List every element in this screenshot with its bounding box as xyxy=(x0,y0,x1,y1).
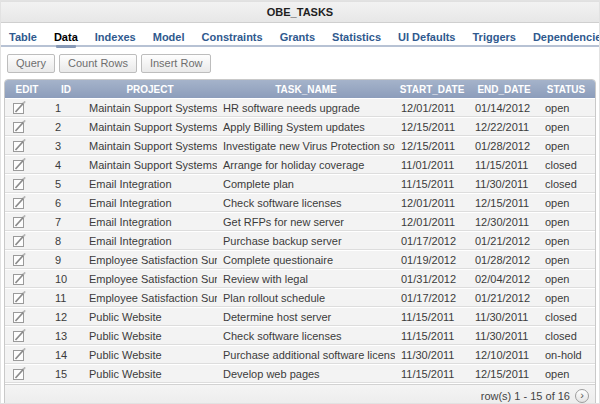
cell-project: Email Integration xyxy=(83,175,217,194)
cell-status: closed xyxy=(539,327,593,346)
table-row: 15Public WebsiteDevelop web pages11/15/2… xyxy=(5,365,596,384)
cell-edit xyxy=(5,137,49,156)
cell-edit xyxy=(5,308,49,327)
cell-status: open xyxy=(539,232,593,251)
cell-end-date: 12/22/2011 xyxy=(469,118,539,137)
cell-end-date: 11/30/2011 xyxy=(469,327,539,346)
cell-end-date: 12/30/2011 xyxy=(469,213,539,232)
cell-assigned-to: 3 xyxy=(593,137,596,156)
cell-id: 10 xyxy=(49,270,83,289)
cell-end-date: 01/21/2012 xyxy=(469,232,539,251)
cell-start-date: 11/15/2011 xyxy=(395,175,469,194)
edit-row-icon[interactable] xyxy=(13,215,26,228)
cell-project: Maintain Support Systems xyxy=(83,99,217,118)
edit-row-icon[interactable] xyxy=(13,291,26,304)
count-rows-button[interactable]: Count Rows xyxy=(59,54,137,73)
cell-id: 14 xyxy=(49,346,83,365)
cell-assigned-to: 2 xyxy=(593,194,596,213)
tab-triggers[interactable]: Triggers xyxy=(473,31,516,46)
cell-status: closed xyxy=(539,308,593,327)
cell-end-date: 02/04/2012 xyxy=(469,270,539,289)
cell-task-name: Apply Billing System updates xyxy=(217,118,395,137)
cell-task-name: Check software licenses xyxy=(217,327,395,346)
cell-edit xyxy=(5,346,49,365)
cell-id: 15 xyxy=(49,365,83,384)
edit-row-icon[interactable] xyxy=(13,253,26,266)
cell-id: 7 xyxy=(49,213,83,232)
table-row: 13Public WebsiteCheck software licenses1… xyxy=(5,327,596,346)
edit-row-icon[interactable] xyxy=(13,367,26,380)
insert-row-button[interactable]: Insert Row xyxy=(141,54,212,73)
cell-assigned-to: 2 xyxy=(593,175,596,194)
edit-row-icon[interactable] xyxy=(13,310,26,323)
tab-dependencies[interactable]: Dependencies xyxy=(533,31,600,46)
edit-row-icon[interactable] xyxy=(13,329,26,342)
table-row: 5Email IntegrationComplete plan11/15/201… xyxy=(5,175,596,194)
edit-row-icon[interactable] xyxy=(13,139,26,152)
cell-project: Employee Satisfaction Survey xyxy=(83,270,217,289)
cell-id: 4 xyxy=(49,156,83,175)
cell-project: Maintain Support Systems xyxy=(83,137,217,156)
column-header-assigned-to: ASSIGNED_TO xyxy=(593,80,596,99)
cell-assigned-to: 7 xyxy=(593,346,596,365)
query-button[interactable]: Query xyxy=(7,54,55,73)
cell-project: Email Integration xyxy=(83,194,217,213)
tab-model[interactable]: Model xyxy=(153,31,185,46)
cell-edit xyxy=(5,213,49,232)
tab-data[interactable]: Data xyxy=(54,31,78,46)
cell-task-name: Plan rollout schedule xyxy=(217,289,395,308)
cell-id: 2 xyxy=(49,118,83,137)
cell-task-name: Review with legal xyxy=(217,270,395,289)
cell-edit xyxy=(5,270,49,289)
tab-statistics[interactable]: Statistics xyxy=(332,31,381,46)
table-row: 11Employee Satisfaction SurveyPlan rollo… xyxy=(5,289,596,308)
cell-edit xyxy=(5,289,49,308)
cell-start-date: 11/30/2011 xyxy=(395,346,469,365)
table-row: 4Maintain Support SystemsArrange for hol… xyxy=(5,156,596,175)
cell-assigned-to: 2 xyxy=(593,213,596,232)
cell-assigned-to: 7 xyxy=(593,156,596,175)
tab-ui-defaults[interactable]: UI Defaults xyxy=(398,31,455,46)
next-page-button[interactable]: › xyxy=(575,389,589,403)
cell-id: 12 xyxy=(49,308,83,327)
cell-status: open xyxy=(539,213,593,232)
cell-edit xyxy=(5,99,49,118)
tab-constraints[interactable]: Constraints xyxy=(202,31,263,46)
edit-row-icon[interactable] xyxy=(13,196,26,209)
edit-row-icon[interactable] xyxy=(13,177,26,190)
cell-end-date: 11/15/2011 xyxy=(469,156,539,175)
cell-task-name: Arrange for holiday coverage xyxy=(217,156,395,175)
edit-row-icon[interactable] xyxy=(13,272,26,285)
column-header-project: PROJECT xyxy=(83,80,217,99)
cell-project: Employee Satisfaction Survey xyxy=(83,251,217,270)
pagination-label: row(s) 1 - 15 of 16 xyxy=(481,390,570,402)
cell-start-date: 12/15/2011 xyxy=(395,118,469,137)
cell-edit xyxy=(5,194,49,213)
cell-end-date: 11/30/2011 xyxy=(469,308,539,327)
cell-start-date: 12/01/2011 xyxy=(395,99,469,118)
cell-status: open xyxy=(539,251,593,270)
cell-id: 3 xyxy=(49,137,83,156)
cell-id: 13 xyxy=(49,327,83,346)
data-report-region: EDIT ID PROJECT TASK_NAME START_DATE END… xyxy=(4,79,596,404)
tab-indexes[interactable]: Indexes xyxy=(95,31,136,46)
cell-end-date: 11/30/2011 xyxy=(469,175,539,194)
edit-row-icon[interactable] xyxy=(13,158,26,171)
tab-grants[interactable]: Grants xyxy=(280,31,315,46)
table-row: 8Email IntegrationPurchase backup server… xyxy=(5,232,596,251)
edit-row-icon[interactable] xyxy=(13,348,26,361)
edit-row-icon[interactable] xyxy=(13,234,26,247)
cell-status: on-hold xyxy=(539,346,593,365)
edit-row-icon[interactable] xyxy=(13,120,26,133)
cell-edit xyxy=(5,175,49,194)
table-header-row: EDIT ID PROJECT TASK_NAME START_DATE END… xyxy=(5,80,596,99)
edit-row-icon[interactable] xyxy=(13,101,26,114)
tab-table[interactable]: Table xyxy=(9,31,37,46)
cell-end-date: 01/28/2012 xyxy=(469,251,539,270)
cell-start-date: 01/17/2012 xyxy=(395,232,469,251)
cell-end-date: 12/10/2011 xyxy=(469,346,539,365)
column-header-task-name: TASK_NAME xyxy=(217,80,395,99)
cell-assigned-to: 8 xyxy=(593,327,596,346)
cell-assigned-to: 4 xyxy=(593,251,596,270)
column-header-status: STATUS xyxy=(539,80,593,99)
